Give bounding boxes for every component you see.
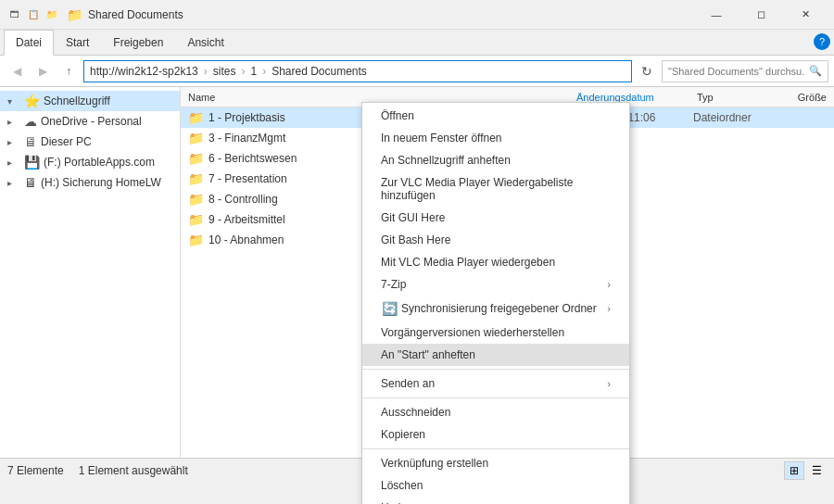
- ribbon-tabs: Datei Start Freigeben Ansicht ?: [0, 30, 834, 55]
- cm-label-vlc-playlist: Zur VLC Media Player Wiedergabeliste hin…: [381, 176, 611, 202]
- path-segment-2: 1: [250, 65, 257, 78]
- cm-item-vorganger[interactable]: Vorgängerversionen wiederherstellen: [362, 321, 629, 344]
- sidebar-item-schnellzugriff[interactable]: ▾ ⭐ Schnellzugriff: [0, 91, 180, 111]
- cm-item-vlc-play[interactable]: Mit VLC Media Player wiedergeben: [362, 251, 629, 273]
- sidebar-item-onedrive[interactable]: ▸ ☁ OneDrive - Personal: [0, 111, 180, 132]
- cm-item-git-gui[interactable]: Git GUI Here: [362, 207, 629, 229]
- cm-item-vlc-playlist[interactable]: Zur VLC Media Player Wiedergabeliste hin…: [362, 171, 629, 207]
- cm-label-kopieren: Kopieren: [381, 428, 425, 441]
- forward-button[interactable]: ▶: [32, 60, 54, 82]
- expand-icon-portableapps: ▸: [7, 158, 20, 168]
- cm-sep-3: [362, 448, 629, 449]
- path-segment-0: http://win2k12-sp2k13: [90, 65, 198, 78]
- title-bar-title: 📁 Shared Documents: [67, 7, 183, 22]
- cm-label-verknupfung: Verknüpfung erstellen: [381, 457, 488, 470]
- col-header-name[interactable]: Name: [188, 92, 576, 103]
- cm-label-senden-an: Senden an: [381, 377, 435, 390]
- path-sep-1: ›: [204, 65, 208, 78]
- cm-item-kopieren[interactable]: Kopieren: [362, 423, 629, 446]
- folder-icon-0: 📁: [188, 110, 205, 125]
- folder-icon-5: 📁: [188, 212, 205, 227]
- grid-view-button[interactable]: ⊞: [784, 461, 804, 480]
- cm-item-7zip[interactable]: 7-Zip ›: [362, 273, 629, 296]
- context-menu: Öffnen In neuem Fenster öffnen An Schnel…: [361, 102, 630, 504]
- cloud-icon: ☁: [24, 114, 37, 129]
- cm-item-loschen[interactable]: Löschen: [362, 474, 629, 497]
- up-button[interactable]: ↑: [57, 60, 80, 82]
- cm-item-start-anheften[interactable]: An "Start" anheften: [362, 344, 629, 366]
- minimize-button[interactable]: —: [695, 2, 738, 28]
- address-path[interactable]: http://win2k12-sp2k13 › sites › 1 › Shar…: [83, 60, 632, 82]
- cm-label-git-bash: Git Bash Here: [381, 233, 450, 246]
- cm-item-verknupfung[interactable]: Verknüpfung erstellen: [362, 452, 629, 474]
- cm-label-loschen: Löschen: [381, 479, 423, 492]
- sidebar-item-dieser-pc[interactable]: ▸ 🖥 Dieser PC: [0, 132, 180, 152]
- star-icon: ⭐: [24, 94, 40, 108]
- sidebar-item-sicherung[interactable]: ▸ 🖥 (H:) Sicherung HomeLW: [0, 172, 180, 193]
- pc-icon: 🖥: [24, 134, 37, 149]
- list-view-button[interactable]: ☰: [806, 461, 827, 480]
- submenu-arrow-sync: ›: [607, 303, 611, 314]
- sidebar-label-schnellzugriff: Schnellzugriff: [44, 94, 110, 107]
- title-bar-controls: — ◻ ✕: [695, 2, 827, 28]
- cm-label-new-window: In neuem Fenster öffnen: [381, 132, 502, 145]
- folder-icon-3: 📁: [188, 171, 205, 186]
- search-input[interactable]: [668, 66, 805, 77]
- cm-item-git-bash[interactable]: Git Bash Here: [362, 229, 629, 251]
- refresh-button[interactable]: ↻: [636, 60, 658, 82]
- view-controls: ⊞ ☰: [784, 461, 827, 480]
- tab-start[interactable]: Start: [54, 30, 101, 55]
- cm-label-vorganger: Vorgängerversionen wiederherstellen: [381, 326, 564, 339]
- maximize-button[interactable]: ◻: [739, 2, 782, 28]
- col-header-date[interactable]: Änderungsdatum: [576, 92, 697, 103]
- ribbon: Datei Start Freigeben Ansicht ?: [0, 30, 834, 56]
- drive-icon-h: 🖥: [24, 175, 37, 190]
- tab-freigeben[interactable]: Freigeben: [101, 30, 175, 55]
- cm-item-sync[interactable]: 🔄 Synchronisierung freigegebener Ordner …: [362, 296, 629, 321]
- title-restore-icon: 📋: [26, 7, 41, 22]
- title-folder-glyph: 📁: [67, 7, 82, 22]
- submenu-arrow-senden: ›: [607, 378, 611, 389]
- close-button[interactable]: ✕: [784, 2, 827, 28]
- expand-icon-onedrive: ▸: [7, 117, 20, 127]
- title-bar-icons: 🗔 📋 📁: [7, 7, 59, 22]
- sidebar-label-portableapps: (F:) PortableApps.com: [44, 156, 155, 169]
- cm-label-7zip: 7-Zip: [381, 278, 406, 291]
- cm-label-offnen: Öffnen: [381, 109, 414, 122]
- cm-item-ausschneiden[interactable]: Ausschneiden: [362, 401, 629, 423]
- cm-item-offnen[interactable]: Öffnen: [362, 105, 629, 127]
- cm-item-schnellzugriff[interactable]: An Schnellzugriff anheften: [362, 149, 629, 171]
- cm-label-vlc-play: Mit VLC Media Player wiedergeben: [381, 256, 555, 269]
- selected-count: 1 Element ausgewählt: [79, 464, 188, 477]
- tab-ansicht[interactable]: Ansicht: [175, 30, 235, 55]
- col-header-type[interactable]: Typ: [697, 92, 771, 103]
- cm-item-umbenennen[interactable]: Umbenennen: [362, 497, 629, 504]
- folder-icon-4: 📁: [188, 192, 205, 207]
- cm-item-senden-an[interactable]: Senden an ›: [362, 372, 629, 395]
- cm-label-git-gui: Git GUI Here: [381, 211, 445, 224]
- file-type-0: Dateiordner: [693, 111, 767, 124]
- expand-icon-pc: ▸: [7, 137, 20, 147]
- expand-icon-sicherung: ▸: [7, 178, 20, 188]
- title-bar: 🗔 📋 📁 📁 Shared Documents — ◻ ✕: [0, 0, 834, 30]
- help-button[interactable]: ?: [814, 33, 830, 50]
- col-header-size[interactable]: Größe: [771, 92, 827, 103]
- folder-icon-2: 📁: [188, 151, 205, 166]
- path-sep-3: ›: [262, 65, 266, 78]
- cm-sep-1: [362, 369, 629, 370]
- sidebar-label-onedrive: OneDrive - Personal: [41, 115, 142, 128]
- sidebar: ▾ ⭐ Schnellzugriff ▸ ☁ OneDrive - Person…: [0, 87, 181, 458]
- search-box[interactable]: 🔍: [662, 60, 828, 82]
- expand-icon: ▾: [7, 96, 20, 107]
- sidebar-label-sicherung: (H:) Sicherung HomeLW: [41, 176, 161, 189]
- cm-item-new-window[interactable]: In neuem Fenster öffnen: [362, 127, 629, 149]
- window-title: Shared Documents: [88, 8, 183, 21]
- folder-icon-6: 📁: [188, 233, 205, 247]
- cm-label-schnellzugriff: An Schnellzugriff anheften: [381, 154, 511, 167]
- back-button[interactable]: ◀: [6, 60, 28, 82]
- title-minimize-icon: 🗔: [7, 7, 22, 22]
- path-segment-1: sites: [213, 65, 236, 78]
- tab-datei[interactable]: Datei: [4, 30, 54, 56]
- search-icon: 🔍: [809, 65, 822, 77]
- sidebar-item-portableapps[interactable]: ▸ 💾 (F:) PortableApps.com: [0, 152, 180, 172]
